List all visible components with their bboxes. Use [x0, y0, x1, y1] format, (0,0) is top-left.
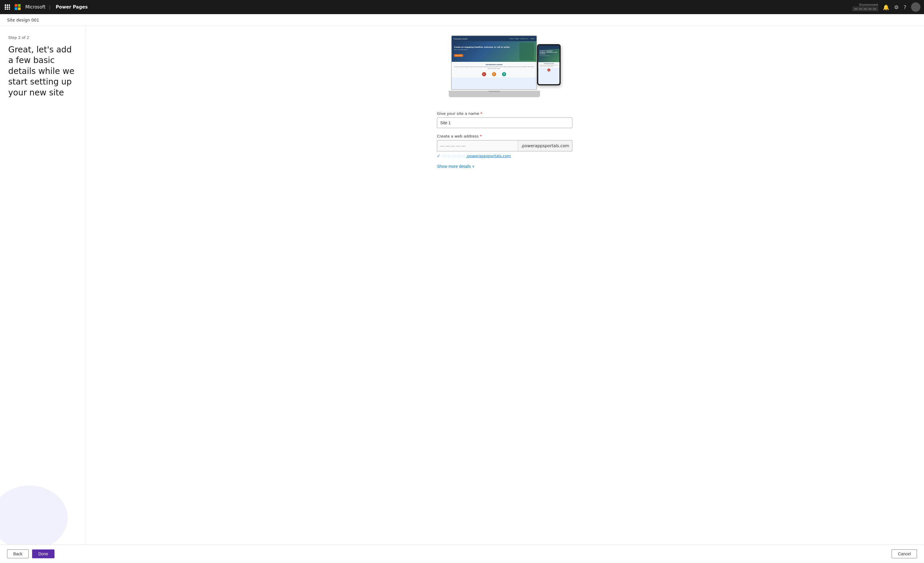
svg-rect-0 — [5, 5, 6, 6]
page-header: Site design 001 — [0, 14, 924, 26]
mobile-mockup: Create an engaging headline, welcome, or… — [537, 44, 561, 86]
environment-label: Environment — [859, 3, 878, 6]
screen-steps: 1 2 3 — [452, 71, 537, 77]
svg-rect-1 — [7, 5, 8, 6]
svg-rect-7 — [7, 9, 8, 10]
laptop-screen: Company name Home Pages Contact us ··· M… — [451, 35, 537, 90]
help-icon[interactable]: ? — [903, 4, 906, 10]
main-content: Step 2 of 2 Great, let's add a few basic… — [0, 26, 924, 545]
verified-url-suffix: .powerappsportals.com — [466, 154, 511, 158]
laptop-base — [449, 91, 540, 97]
step-heading: Great, let's add a few basic details whi… — [8, 45, 77, 98]
web-address-required: * — [480, 134, 482, 138]
step-label: Step 2 of 2 — [8, 35, 77, 40]
svg-rect-4 — [7, 6, 8, 8]
left-sidebar: Step 2 of 2 Great, let's add a few basic… — [0, 26, 86, 545]
web-address-group: Create a web address * .powerappsportals… — [437, 134, 572, 158]
topbar: Microsoft | Power Pages Environment — — … — [0, 0, 924, 14]
site-name-group: Give your site a name * — [437, 111, 572, 128]
svg-rect-3 — [5, 6, 6, 8]
mobile-screen: Create an engaging headline, welcome, or… — [538, 45, 560, 84]
form-area: Give your site a name * Create a web add… — [437, 111, 572, 169]
back-button[interactable]: Back — [7, 549, 28, 558]
brand-name: Microsoft — [26, 5, 45, 10]
app-name: Power Pages — [56, 5, 88, 10]
verified-url: ✓ — — — — —.powerappsportals.com — [437, 154, 572, 158]
laptop-mockup: Company name Home Pages Contact us ··· M… — [449, 35, 546, 97]
site-name-label: Give your site a name * — [437, 111, 572, 116]
svg-rect-8 — [9, 9, 10, 10]
done-button[interactable]: Done — [32, 549, 54, 558]
screen-intro: Introduction section Create a short para… — [452, 62, 537, 71]
web-address-wrapper: .powerappsportals.com — [437, 140, 572, 152]
right-content: Company name Home Pages Contact us ··· M… — [86, 26, 924, 545]
microsoft-logo — [15, 4, 21, 10]
apps-menu-button[interactable] — [3, 3, 11, 11]
chevron-down-icon: ∨ — [472, 164, 475, 168]
site-name-required: * — [480, 111, 483, 116]
topbar-right: Environment — — — — — 🔔 ⚙ ? — [852, 2, 921, 12]
verified-url-link[interactable]: — — — — —.powerappsportals.com — [442, 154, 511, 158]
environment-selector[interactable]: Environment — — — — — — [852, 3, 878, 11]
notifications-icon[interactable]: 🔔 — [883, 4, 889, 10]
screen-hero: Create an engaging headline, welcome, or… — [452, 41, 537, 62]
verified-check-icon: ✓ — [437, 154, 440, 158]
web-address-suffix: .powerappsportals.com — [518, 140, 572, 151]
brand-separator: | — [49, 5, 50, 10]
svg-rect-2 — [9, 5, 10, 6]
svg-rect-5 — [9, 6, 10, 8]
svg-rect-6 — [5, 9, 6, 10]
settings-icon[interactable]: ⚙ — [894, 4, 898, 10]
web-address-input[interactable] — [437, 140, 518, 151]
show-more-details-button[interactable]: Show more details ∨ — [437, 164, 475, 169]
page-title: Site design 001 — [7, 18, 39, 23]
screen-nav: Company name Home Pages Contact us ··· M… — [452, 36, 537, 41]
cancel-button[interactable]: Cancel — [892, 549, 917, 558]
user-avatar[interactable] — [911, 2, 921, 12]
action-bar: Back Done Cancel — [0, 545, 924, 563]
verified-url-prefix: — — — — — — [442, 154, 466, 158]
site-name-input[interactable] — [437, 117, 572, 128]
sidebar-decoration — [0, 486, 68, 545]
environment-name: — — — — — — [852, 6, 878, 11]
show-more-details-label: Show more details — [437, 164, 471, 169]
preview-mockup: Company name Home Pages Contact us ··· M… — [449, 35, 561, 103]
web-address-label: Create a web address * — [437, 134, 572, 138]
